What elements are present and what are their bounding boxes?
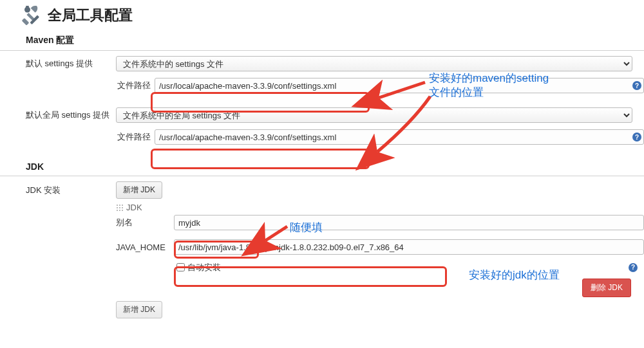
maven-form: 默认 settings 提供 文件系统中的 settings 文件 文件路径 ?… (0, 56, 644, 145)
page-title: 全局工具配置 (48, 6, 133, 25)
auto-install-checkbox[interactable] (176, 263, 185, 271)
jdk-install-label: JDK 安装 (26, 185, 116, 196)
help-icon[interactable]: ? (632, 133, 641, 142)
maven-settings-path-input-2[interactable] (155, 129, 644, 145)
java-home-input[interactable] (174, 239, 644, 255)
global-settings-label: 默认全局 settings 提供 (26, 109, 116, 121)
tools-icon (19, 4, 45, 27)
auto-install-text: 自动安装 (187, 262, 221, 273)
jdk-instance-block: JDK 别名 JAVA_HOME 自动安装 ? 删除 JDK 新增 JDK (116, 203, 644, 318)
file-path-label-1: 文件路径 (116, 80, 155, 91)
default-settings-label: 默认 settings 提供 (26, 58, 116, 69)
delete-jdk-button[interactable]: 删除 JDK (582, 279, 631, 297)
divider (0, 176, 644, 176)
svg-rect-0 (22, 18, 30, 26)
file-path-label-2: 文件路径 (116, 131, 155, 143)
divider (0, 50, 644, 51)
page-header: 全局工具配置 (0, 0, 644, 28)
jdk-form: JDK 安装 新增 JDK (0, 181, 644, 199)
global-settings-select[interactable]: 文件系统中的全局 settings 文件 (116, 107, 632, 123)
java-home-label: JAVA_HOME (116, 243, 174, 252)
help-icon[interactable]: ? (629, 263, 638, 272)
add-jdk-button-2[interactable]: 新增 JDK (116, 301, 162, 318)
maven-section-title: Maven 配置 (0, 28, 644, 49)
auto-install-checkbox-label[interactable]: 自动安装 (174, 261, 221, 273)
jdk-alias-label: 别名 (116, 217, 174, 228)
default-settings-select[interactable]: 文件系统中的 settings 文件 (116, 56, 632, 71)
svg-rect-4 (26, 6, 29, 9)
jdk-block-title: JDK (126, 203, 142, 212)
jdk-section-title: JDK (0, 155, 644, 174)
drag-handle-icon[interactable] (116, 204, 124, 212)
help-icon[interactable]: ? (632, 81, 641, 90)
maven-settings-path-input-1[interactable] (155, 78, 644, 93)
add-jdk-button[interactable]: 新增 JDK (116, 181, 162, 199)
jdk-alias-input[interactable] (174, 215, 644, 230)
